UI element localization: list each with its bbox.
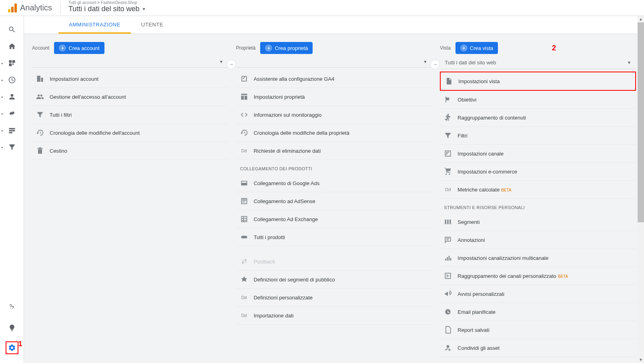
conversions-icon[interactable] — [6, 141, 18, 154]
home-icon[interactable] — [6, 40, 18, 53]
create-property-button[interactable]: + Crea proprietà — [260, 42, 313, 54]
account-access-item[interactable]: Gestione dell'accesso all'account — [32, 88, 228, 106]
scrollbar[interactable]: ▲ ▼ — [638, 16, 644, 363]
document-icon — [445, 77, 453, 85]
calculated-metrics-item[interactable]: DdMetriche calcolateBETA — [440, 181, 636, 199]
postback-icon — [240, 257, 248, 265]
caret-down-icon: ▼ — [219, 60, 223, 64]
ecommerce-settings-item[interactable]: Impostazioni e-commerce — [440, 163, 636, 181]
sidenav: 1 — [0, 16, 24, 363]
history-icon — [240, 129, 248, 137]
property-selector-dropdown[interactable]: ▼ — [236, 56, 432, 68]
admin-icon[interactable] — [6, 341, 18, 354]
product-linking-header: COLLEGAMENTO DEI PRODOTTI — [236, 160, 432, 174]
mcf-settings-item[interactable]: Impostazioni canalizzazioni multicanale — [440, 249, 636, 267]
customization-icon[interactable] — [6, 57, 18, 70]
annotation-2: 2 — [552, 44, 556, 52]
link-icon — [240, 233, 248, 241]
realtime-icon[interactable] — [6, 74, 18, 86]
app-name: Analytics — [20, 3, 52, 12]
tab-user[interactable]: UTENTE — [131, 16, 174, 34]
scroll-down-arrow[interactable]: ▼ — [638, 357, 644, 363]
account-selector-dropdown[interactable]: ▼ — [32, 56, 228, 68]
view-settings-item[interactable]: Impostazioni vista — [440, 72, 636, 91]
channel-group-icon — [444, 272, 452, 280]
filter-icon — [36, 111, 44, 119]
account-settings-item[interactable]: Impostazioni account — [32, 70, 228, 88]
column-collapse-button[interactable]: → — [430, 60, 440, 69]
google-ads-link-item[interactable]: Collegamento di Google Ads — [236, 174, 432, 192]
saved-reports-item[interactable]: Report salvati — [440, 321, 636, 339]
postback-item[interactable]: Postback — [236, 253, 432, 271]
channel-icon — [444, 150, 452, 158]
document-icon — [444, 326, 452, 334]
check-square-icon — [240, 75, 248, 83]
annotation-1: 1 — [18, 340, 22, 348]
all-filters-item[interactable]: Tutti i filtri — [32, 106, 228, 124]
segments-icon — [444, 218, 452, 226]
plus-icon: + — [59, 44, 66, 52]
logo: Analytics — [8, 3, 52, 12]
custom-channel-grouping-item[interactable]: Raggruppamento dei canali personalizzato… — [440, 267, 636, 285]
custom-alerts-item[interactable]: Avvisi personalizzati — [440, 285, 636, 303]
analytics-logo-icon — [8, 4, 17, 12]
trash-item[interactable]: Cestino — [32, 142, 228, 160]
data-deletion-item[interactable]: DdRichieste di eliminazione dati — [236, 142, 432, 160]
people-icon — [36, 93, 44, 101]
share-assets-item[interactable]: Condividi gli asset — [440, 339, 636, 357]
property-column: Proprietà + Crea proprietà ▼ → Assistent… — [236, 42, 432, 357]
caret-down-icon: ▼ — [423, 60, 427, 64]
comment-icon — [444, 236, 452, 244]
audience-icon[interactable] — [6, 90, 18, 103]
create-view-button[interactable]: + Crea vista — [455, 42, 498, 54]
goals-item[interactable]: Obiettivi — [440, 91, 636, 109]
account-selector[interactable]: Tutti gli account > FashionDesire.Shop T… — [68, 0, 146, 13]
flag-icon — [444, 96, 452, 104]
view-selector-dropdown[interactable]: Tutti i dati del sito web ▼ — [440, 56, 636, 69]
column-collapse-button[interactable]: → — [227, 60, 236, 69]
caret-down-icon: ▼ — [142, 7, 146, 11]
account-history-item[interactable]: Cronologia delle modifiche dell'account — [32, 124, 228, 142]
breadcrumb: Tutti gli account > FashionDesire.Shop — [68, 0, 146, 5]
layout-icon — [240, 93, 248, 101]
trash-icon — [36, 147, 44, 155]
ga4-assistant-item[interactable]: Assistente alla configurazione GA4 — [236, 70, 432, 88]
dd-icon: Dd — [240, 293, 248, 301]
behavior-icon[interactable] — [6, 124, 18, 137]
caret-down-icon: ▼ — [627, 60, 631, 65]
main-content: AMMINISTRAZIONE UTENTE Account + Crea ac… — [24, 16, 644, 363]
view-column: Vista + Crea vista 2 Tutti i dati del si… — [440, 42, 636, 357]
adsense-link-item[interactable]: Collegamento ad AdSense — [236, 192, 432, 210]
content-grouping-item[interactable]: Raggruppamento di contenuti — [440, 109, 636, 127]
audience-def-icon — [240, 275, 248, 283]
plus-icon: + — [265, 44, 272, 52]
tracking-info-item[interactable]: Informazioni sul monitoraggio — [236, 106, 432, 124]
scroll-up-arrow[interactable]: ▲ — [638, 16, 644, 22]
channel-settings-item[interactable]: Impostazioni canale — [440, 145, 636, 163]
property-history-item[interactable]: Cronologia delle modifiche della proprie… — [236, 124, 432, 142]
all-products-item[interactable]: Tutti i prodotti — [236, 228, 432, 246]
search-icon[interactable] — [6, 23, 18, 36]
attribution-icon[interactable] — [6, 301, 18, 314]
audience-definitions-item[interactable]: Definizioni dei segmenti di pubblico — [236, 271, 432, 289]
discover-icon[interactable] — [6, 321, 18, 334]
svg-rect-0 — [241, 236, 247, 239]
annotations-item[interactable]: Annotazioni — [440, 231, 636, 249]
property-settings-item[interactable]: Impostazioni proprietà — [236, 88, 432, 106]
scrollbar-thumb[interactable] — [638, 22, 644, 222]
property-label: Proprietà — [236, 45, 256, 51]
segments-item[interactable]: Segmenti — [440, 213, 636, 231]
scheduled-emails-item[interactable]: Email pianificate — [440, 303, 636, 321]
ads-icon — [240, 179, 248, 187]
acquisition-icon[interactable] — [6, 107, 18, 120]
ad-exchange-link-item[interactable]: Collegamento Ad Exchange — [236, 210, 432, 228]
tab-administration[interactable]: AMMINISTRAZIONE — [58, 16, 131, 34]
view-filters-item[interactable]: Filtri — [440, 127, 636, 145]
data-import-item[interactable]: DdImportazione dati — [236, 307, 432, 325]
create-account-button[interactable]: + Crea account — [54, 42, 104, 54]
code-icon — [240, 111, 248, 119]
account-column: Account + Crea account ▼ → Impostazioni … — [32, 42, 228, 357]
alarm-icon — [444, 308, 452, 316]
view-title-dropdown: Tutti i dati del sito web ▼ — [68, 5, 146, 13]
custom-definitions-item[interactable]: DdDefinizioni personalizzate — [236, 289, 432, 307]
